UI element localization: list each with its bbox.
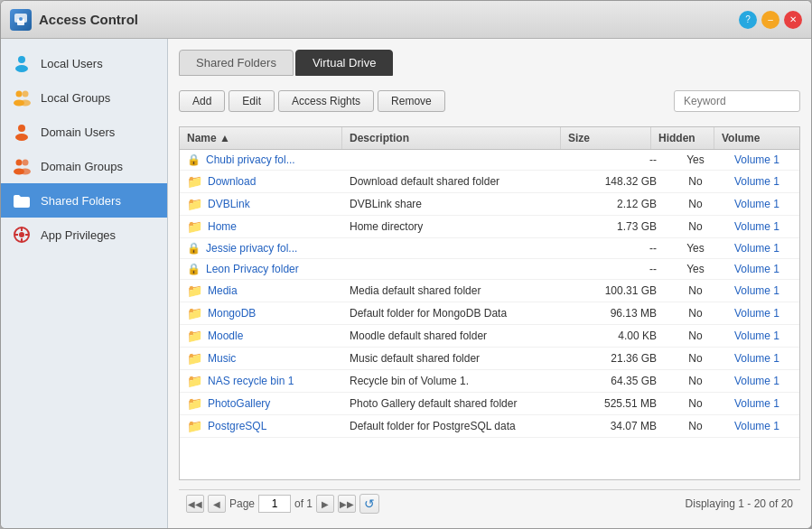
cell-name: 📁 MongoDB bbox=[180, 302, 342, 324]
minimize-button[interactable]: – bbox=[761, 11, 779, 29]
table-row[interactable]: 📁 PostgreSQL Default folder for PostgreS… bbox=[180, 415, 799, 438]
edit-button[interactable]: Edit bbox=[229, 90, 275, 112]
table-header: Name ▲ Description Size Hidden Volume bbox=[180, 127, 799, 150]
sidebar-item-domain-groups[interactable]: Domain Groups bbox=[1, 149, 167, 183]
header-volume[interactable]: Volume bbox=[714, 127, 787, 149]
cell-name: 📁 DVBLink bbox=[180, 193, 342, 215]
access-rights-button[interactable]: Access Rights bbox=[278, 90, 374, 112]
svg-point-9 bbox=[18, 125, 25, 132]
page-label: Page bbox=[229, 497, 255, 510]
table-row[interactable]: 📁 PhotoGallery Photo Gallery default sha… bbox=[180, 393, 799, 415]
refresh-button[interactable]: ↺ bbox=[359, 494, 379, 514]
window-controls: ? – ✕ bbox=[739, 11, 802, 29]
sidebar-label-local-groups: Local Groups bbox=[41, 91, 110, 105]
cell-description: Music default shared folder bbox=[342, 348, 574, 369]
search-input[interactable] bbox=[674, 90, 800, 112]
table-row[interactable]: 🔒 Jessie privacy fol... -- Yes Volume 1 bbox=[180, 238, 799, 259]
main-content: Local Users Local Groups bbox=[1, 39, 811, 528]
cell-size: 64.35 GB bbox=[574, 370, 664, 392]
cell-hidden: No bbox=[664, 302, 727, 324]
of-label: of 1 bbox=[294, 497, 313, 510]
folder-icon: 📁 bbox=[187, 219, 202, 234]
cell-name: 🔒 Jessie privacy fol... bbox=[180, 238, 342, 258]
cell-description: Default folder for MongoDB Data bbox=[342, 302, 574, 324]
cell-description: Recycle bin of Volume 1. bbox=[342, 370, 574, 392]
local-groups-icon bbox=[12, 88, 32, 107]
app-icon bbox=[10, 9, 32, 31]
remove-button[interactable]: Remove bbox=[378, 90, 445, 112]
cell-volume: Volume 1 bbox=[727, 415, 799, 437]
cell-volume: Volume 1 bbox=[727, 370, 799, 392]
cell-volume: Volume 1 bbox=[727, 302, 799, 324]
cell-hidden: Yes bbox=[664, 150, 727, 170]
cell-volume: Volume 1 bbox=[727, 216, 799, 237]
sidebar-label-local-users: Local Users bbox=[41, 57, 103, 70]
table-row[interactable]: 📁 Media Media default shared folder 100.… bbox=[180, 280, 799, 302]
cell-description bbox=[342, 259, 574, 279]
cell-volume: Volume 1 bbox=[727, 325, 799, 347]
table-row[interactable]: 📁 MongoDB Default folder for MongoDB Dat… bbox=[180, 302, 799, 325]
sidebar-label-shared-folders: Shared Folders bbox=[41, 194, 121, 208]
cell-name: 📁 Music bbox=[180, 348, 342, 369]
help-button[interactable]: ? bbox=[739, 11, 757, 29]
cell-volume: Volume 1 bbox=[727, 280, 799, 302]
table-row[interactable]: 📁 DVBLink DVBLink share 2.12 GB No Volum… bbox=[180, 193, 799, 216]
folder-icon: 📁 bbox=[187, 419, 202, 433]
table-row[interactable]: 📁 NAS recycle bin 1 Recycle bin of Volum… bbox=[180, 370, 799, 393]
close-button[interactable]: ✕ bbox=[784, 11, 802, 29]
cell-hidden: No bbox=[664, 415, 727, 437]
svg-point-5 bbox=[16, 91, 23, 97]
header-description[interactable]: Description bbox=[342, 127, 561, 149]
folder-icon: 📁 bbox=[187, 197, 202, 211]
svg-point-10 bbox=[15, 134, 28, 141]
sidebar-item-app-privileges[interactable]: App Privileges bbox=[1, 218, 167, 252]
last-page-button[interactable]: ▶▶ bbox=[338, 495, 356, 513]
table-row[interactable]: 📁 Home Home directory 1.73 GB No Volume … bbox=[180, 216, 799, 238]
cell-volume: Volume 1 bbox=[727, 348, 799, 369]
cell-name: 🔒 Leon Privacy folder bbox=[180, 259, 342, 279]
cell-hidden: No bbox=[664, 171, 727, 192]
sidebar-item-shared-folders[interactable]: Shared Folders bbox=[1, 183, 167, 218]
cell-name: 📁 Media bbox=[180, 280, 342, 302]
table-row[interactable]: 🔒 Leon Privacy folder -- Yes Volume 1 bbox=[180, 259, 799, 280]
domain-users-icon bbox=[12, 122, 32, 142]
table-row[interactable]: 🔒 Chubi privacy fol... -- Yes Volume 1 bbox=[180, 150, 799, 171]
sidebar-label-domain-groups: Domain Groups bbox=[41, 160, 123, 173]
header-name[interactable]: Name ▲ bbox=[180, 127, 342, 149]
prev-page-button[interactable]: ◀ bbox=[208, 495, 226, 513]
add-button[interactable]: Add bbox=[179, 90, 225, 112]
cell-size: -- bbox=[574, 259, 664, 279]
folder-icon: 📁 bbox=[187, 396, 202, 411]
table-row[interactable]: 📁 Download Download default shared folde… bbox=[180, 171, 799, 193]
cell-size: -- bbox=[574, 150, 664, 170]
cell-volume: Volume 1 bbox=[727, 393, 799, 414]
tab-shared-folders[interactable]: Shared Folders bbox=[179, 50, 294, 76]
cell-name: 📁 PhotoGallery bbox=[180, 393, 342, 414]
first-page-button[interactable]: ◀◀ bbox=[186, 495, 204, 513]
cell-volume: Volume 1 bbox=[727, 193, 799, 215]
page-input[interactable]: 1 bbox=[258, 495, 291, 513]
cell-name: 📁 NAS recycle bin 1 bbox=[180, 370, 342, 392]
cell-hidden: No bbox=[664, 325, 727, 347]
table-row[interactable]: 📁 Music Music default shared folder 21.3… bbox=[180, 348, 799, 370]
table-row[interactable]: 📁 Moodle Moodle default shared folder 4.… bbox=[180, 325, 799, 348]
tab-virtual-drive[interactable]: Virtual Drive bbox=[295, 50, 394, 76]
cell-size: 100.31 GB bbox=[574, 280, 664, 302]
sidebar-item-local-groups[interactable]: Local Groups bbox=[1, 80, 167, 115]
svg-point-12 bbox=[23, 160, 29, 166]
cell-volume: Volume 1 bbox=[727, 238, 799, 258]
next-page-button[interactable]: ▶ bbox=[316, 495, 334, 513]
sidebar: Local Users Local Groups bbox=[1, 39, 168, 528]
sidebar-item-domain-users[interactable]: Domain Users bbox=[1, 115, 167, 149]
cell-hidden: Yes bbox=[664, 259, 727, 279]
shared-folders-icon bbox=[12, 190, 32, 210]
cell-description: DVBLink share bbox=[342, 193, 574, 215]
cell-size: 21.36 GB bbox=[574, 348, 664, 369]
cell-name: 🔒 Chubi privacy fol... bbox=[180, 150, 342, 170]
cell-hidden: No bbox=[664, 193, 727, 215]
local-users-icon bbox=[12, 53, 32, 73]
header-size[interactable]: Size bbox=[561, 127, 651, 149]
header-hidden[interactable]: Hidden bbox=[651, 127, 714, 149]
sidebar-item-local-users[interactable]: Local Users bbox=[1, 46, 167, 80]
cell-size: 2.12 GB bbox=[574, 193, 664, 215]
